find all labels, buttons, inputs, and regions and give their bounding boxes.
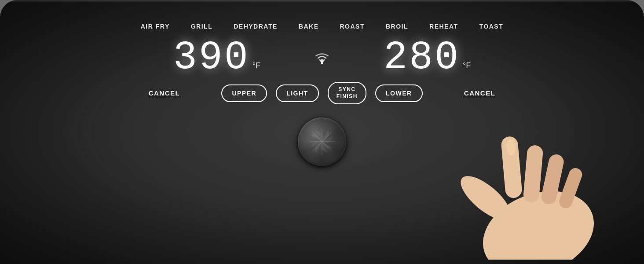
cancel-right-button[interactable]: CANCEL [461, 88, 499, 99]
cancel-left-section: CANCEL [116, 88, 212, 99]
svg-point-0 [321, 62, 323, 64]
mode-labels-row: AIR FRY GRILL DEHYDRATE BAKE ROAST BROIL… [141, 23, 504, 30]
lower-temp-unit: °F [463, 61, 471, 70]
mode-roast[interactable]: ROAST [340, 23, 365, 30]
mode-air-fry[interactable]: AIR FRY [141, 23, 170, 30]
cancel-left-button[interactable]: CANCEL [145, 88, 184, 99]
cancel-right-section: CANCEL [432, 88, 528, 99]
knob-pattern-icon [304, 124, 340, 159]
upper-temperature-display: 390 °F [173, 38, 260, 77]
mode-toast[interactable]: TOAST [479, 23, 504, 30]
mode-bake[interactable]: BAKE [299, 23, 319, 30]
display-row: 390 °F 280 °F [0, 38, 644, 77]
lower-button[interactable]: LOWER [375, 84, 423, 102]
appliance-panel: AIR FRY GRILL DEHYDRATE BAKE ROAST BROIL… [0, 0, 644, 264]
mode-broil[interactable]: BROIL [386, 23, 408, 30]
lower-temperature-display: 280 °F [384, 38, 471, 77]
knob-row [298, 117, 346, 166]
lower-temp-value: 280 [384, 38, 460, 77]
hand-illustration [415, 110, 600, 260]
controls-inner: CANCEL UPPER LIGHT SYNC FINISH LOWER CAN… [0, 82, 644, 104]
dial-knob[interactable] [298, 117, 346, 166]
buttons-center: UPPER LIGHT SYNC FINISH LOWER [221, 82, 422, 104]
mode-dehydrate[interactable]: DEHYDRATE [234, 23, 278, 30]
wifi-icon-container [296, 50, 348, 65]
upper-temp-unit: °F [252, 61, 260, 70]
upper-button[interactable]: UPPER [221, 84, 267, 102]
mode-reheat[interactable]: REHEAT [429, 23, 458, 30]
mode-grill[interactable]: GRILL [191, 23, 213, 30]
light-button[interactable]: LIGHT [276, 84, 319, 102]
wifi-icon [312, 50, 332, 65]
controls-section: CANCEL UPPER LIGHT SYNC FINISH LOWER CAN… [0, 82, 644, 104]
hand-overlay [415, 110, 644, 264]
sync-finish-button[interactable]: SYNC FINISH [328, 82, 366, 104]
upper-temp-value: 390 [173, 38, 250, 77]
